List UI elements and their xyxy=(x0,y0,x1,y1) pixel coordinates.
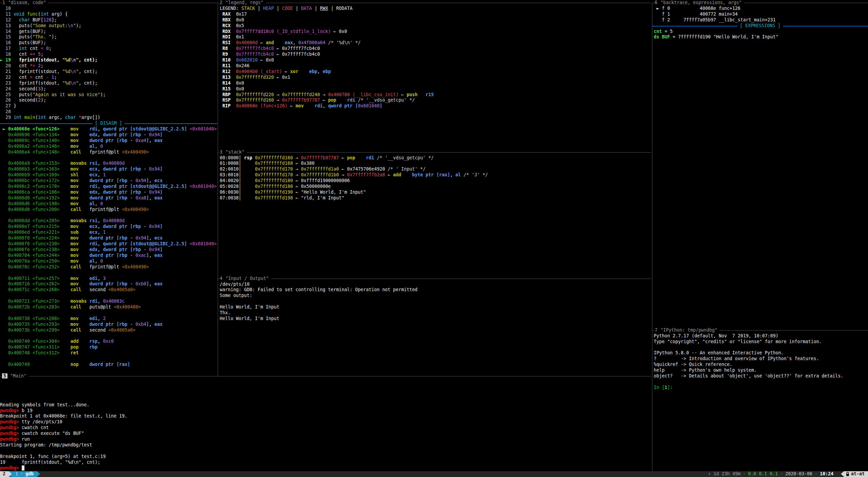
text-run: = xyxy=(30,75,33,80)
text-run: → xyxy=(320,92,328,97)
text-run: 0x94 xyxy=(149,247,160,252)
text-run: 0x7ffff7fcb4c0 xyxy=(236,46,274,51)
text-run: 0x4006e7 <func+215> xyxy=(0,224,60,229)
text-run: 0x7fffffffd320 xyxy=(236,75,274,80)
terminal-line: pwndbg> b 19 xyxy=(0,408,127,414)
text-run: R10 xyxy=(220,57,236,63)
text-run: - xyxy=(130,281,135,286)
terminal-line: Some output: xyxy=(220,293,417,299)
text-run xyxy=(30,362,71,367)
text-run: ); xyxy=(100,92,106,97)
terminal-line xyxy=(0,448,127,454)
text-run: | xyxy=(255,6,263,11)
text-run xyxy=(78,344,89,350)
text-run: call xyxy=(70,207,81,212)
text-run: dword ptr [rbp xyxy=(89,195,130,200)
text-run xyxy=(22,115,24,120)
text-run: , xyxy=(450,172,455,177)
text-run: 04:0020│ xyxy=(220,178,255,183)
text-run: /* 'J' */ xyxy=(461,172,488,177)
host-chip: at-at xyxy=(844,471,868,477)
text-run: 0 xyxy=(100,201,103,206)
powerline-arrow-icon xyxy=(9,471,12,477)
text-run xyxy=(78,126,89,131)
text-run xyxy=(78,144,89,149)
text-run xyxy=(60,235,71,241)
text-run: 0x400696 <func+134> xyxy=(0,132,60,137)
terminal-line: 22 cnt = cnt - 1; xyxy=(0,75,217,81)
text-run xyxy=(60,350,71,355)
terminal-line: 0x4006d6 <func+198> mov al, 0 xyxy=(0,201,217,207)
text-run: 0x7fffffffd188 xyxy=(255,184,293,189)
pane-stack[interactable]: 00:0000│ rsp 0x7fffffffd160 → 0x7ffff7b9… xyxy=(220,155,488,201)
text-run: Breakpoint 1 at 0x40068e: file test.c, l… xyxy=(0,413,127,419)
text-run: ← "Hello World, I'm Input" xyxy=(293,190,366,195)
terminal-line xyxy=(0,356,217,362)
text-run: call xyxy=(70,328,81,333)
text-run xyxy=(14,46,19,51)
tmux-window-tab-gdb[interactable]: 1 › gdb xyxy=(12,471,37,477)
text-run: 0x7ffff7fcb4c0 xyxy=(236,52,274,57)
pane-io[interactable]: /dev/pts/10warning: GDB: Failed to set c… xyxy=(220,282,417,322)
text-run: dword ptr [rbp xyxy=(89,235,130,241)
text-run: 0x7fffffffd170 xyxy=(255,166,293,172)
text-run: RCX xyxy=(220,23,236,28)
text-run: 0x400730 <func+288> xyxy=(0,316,60,321)
text-run: dword ptr [rax] xyxy=(89,362,130,367)
text-run: , xyxy=(97,132,103,137)
text-run: RSP xyxy=(220,98,236,103)
pane-number: 3 xyxy=(219,149,223,155)
text-run: 27 xyxy=(0,103,14,108)
tmux-session-badge[interactable]: 2 xyxy=(0,471,9,477)
pane-ipython[interactable]: Python 2.7.17 (default, Nov 7 2019, 10:0… xyxy=(654,333,843,391)
pane-border xyxy=(217,3,651,3)
text-run: "%d xyxy=(62,69,70,74)
terminal-line: 25 puts("Again as it was so nice"); xyxy=(0,92,217,98)
text-run: Python 2.7.17 (default, Nov 7 2019, 10:0… xyxy=(654,333,778,338)
text-run: ]: xyxy=(667,385,675,390)
pane-main[interactable]: Reading symbols from test...done.pwndbg>… xyxy=(0,379,127,471)
load-average: 0.0 0.1 0.1 xyxy=(748,471,778,477)
text-run xyxy=(14,17,19,22)
window-name: gdb xyxy=(25,471,34,477)
terminal-line: 01:0008│ 0x7fffffffd168 ← 0x380 xyxy=(220,161,488,166)
text-run xyxy=(274,40,285,45)
pane-legend-regs[interactable]: LEGEND: STACK | HEAP | CODE | DATA | RWX… xyxy=(220,6,434,109)
text-run: - xyxy=(144,224,149,229)
text-cursor xyxy=(22,465,24,471)
text-run: 17 xyxy=(0,46,14,51)
terminal-line xyxy=(654,379,843,385)
terminal-line: warning: GDB: Failed to set controlling … xyxy=(220,287,417,293)
terminal-line: RDX 0x7ffff7dd18c0 (_IO_stdfile_1_lock) … xyxy=(220,29,434,35)
pane-number: 4 xyxy=(219,276,223,281)
text-run xyxy=(78,253,89,258)
terminal-line: 23 fprintf(stdout, "%d\n", cnt); xyxy=(0,81,217,86)
text-run: 0x4006b9 <func+169> xyxy=(0,172,60,177)
text-run: mov xyxy=(70,201,78,206)
chevron-left-icon: ‹ xyxy=(778,471,785,477)
text-run: ]; xyxy=(52,17,57,22)
terminal-line: 20 cnt *= 2; xyxy=(0,63,217,69)
text-run: , xyxy=(149,178,155,183)
terminal-line: 0x40070a <func+250> mov al, 0 xyxy=(0,259,217,264)
text-run: mov xyxy=(70,126,78,131)
text-run: puts( xyxy=(14,92,33,97)
status-date: 2020-03-06 xyxy=(785,471,812,477)
text-run: → xyxy=(293,155,301,160)
terminal-line: 0x4006bc <func+172> mov dword ptr [rbp -… xyxy=(0,178,217,184)
text-run: ] xyxy=(160,166,163,172)
text-run: qword ptr [stdout@@GLIBC_2.2.5] xyxy=(103,184,187,189)
text-run: tty /dev/pts/10 xyxy=(22,419,62,424)
text-run: 0x4006ca <func+186> xyxy=(0,190,60,195)
text-run: mov xyxy=(70,322,78,327)
text-run: 20 xyxy=(0,63,14,68)
text-run: 02:0010│ xyxy=(220,166,255,172)
text-run: rsi xyxy=(89,161,97,166)
text-run: 0 xyxy=(46,46,49,51)
text-run: ← xyxy=(258,40,266,45)
text-run: , xyxy=(97,172,103,177)
text-run: fprintf@plt xyxy=(89,264,122,269)
pane-disasm-code[interactable]: 10 11 void func(int arg) { 12 char BUF[1… xyxy=(0,6,217,368)
terminal-line: %quickref -> Quick reference. xyxy=(654,362,843,368)
text-run: , cnt); xyxy=(78,69,97,74)
